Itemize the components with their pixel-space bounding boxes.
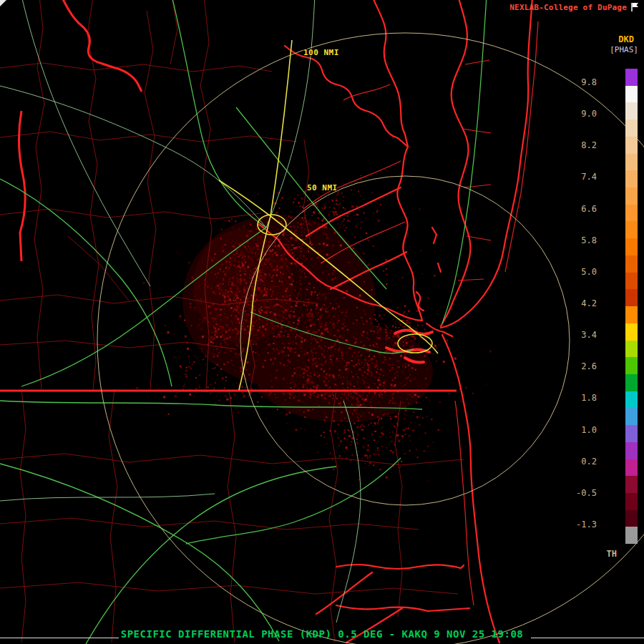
- radar-display: 100 NMI 50 NMI NEXLAB-College of DuPage …: [0, 0, 644, 644]
- colorbar-segment: [625, 86, 638, 103]
- colorbar-bottom-label: TH: [607, 549, 617, 559]
- colorbar-segment: [625, 425, 638, 442]
- range-ring-label-100nmi: 100 NMI: [303, 48, 339, 57]
- colorbar-segment: [625, 205, 638, 222]
- product-title: SPECIFIC DIFFERENTIAL PHASE (KDP) 0.5 DE…: [0, 628, 644, 640]
- colorbar-segment: [625, 408, 638, 425]
- colorbar-segment: [625, 187, 638, 205]
- colorbar-segment: [625, 323, 638, 341]
- colorbar-segment: [625, 289, 638, 306]
- colorbar-segment: [625, 357, 638, 374]
- colorbar-segment: [625, 391, 638, 409]
- colorbar-segment: [625, 69, 638, 86]
- colorbar-segment: [625, 493, 638, 510]
- colorbar-segment: [625, 137, 638, 154]
- colorbar-segment: [625, 510, 638, 527]
- colorbar-segment: [625, 306, 638, 323]
- map-canvas: [0, 0, 644, 644]
- colorbar-product-code: DKD: [618, 34, 634, 44]
- colorbar-units: [PHAS]: [610, 45, 638, 54]
- colorbar-segment: [625, 476, 638, 493]
- colorbar-segment: [625, 442, 638, 459]
- brand-text: NEXLAB-College of DuPage: [509, 3, 627, 12]
- colorbar-segment: [625, 459, 638, 477]
- colorbar-segment: [625, 255, 638, 273]
- corner-mark-icon: [0, 0, 6, 6]
- colorbar-segment: [625, 527, 638, 544]
- colorbar-segment: [625, 341, 638, 358]
- colorbar-segment: [625, 273, 638, 290]
- colorbar-segment: [625, 170, 638, 187]
- colorbar: [625, 69, 638, 544]
- range-ring-label-50nmi: 50 NMI: [307, 183, 338, 192]
- colorbar-segment: [625, 221, 638, 238]
- colorbar-segment: [625, 374, 638, 391]
- colorbar-segment: [625, 102, 638, 119]
- colorbar-segment: [625, 119, 638, 137]
- colorbar-segment: [625, 154, 638, 171]
- colorbar-segment: [625, 238, 638, 255]
- flag-icon: [630, 2, 640, 12]
